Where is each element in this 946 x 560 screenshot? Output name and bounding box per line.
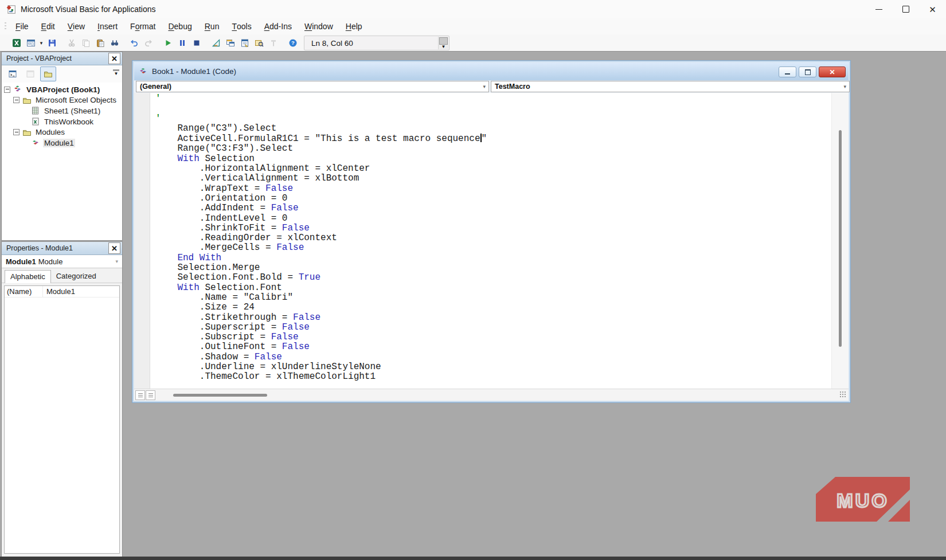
menu-edit[interactable]: Edit bbox=[35, 18, 61, 34]
menu-tools[interactable]: Tools bbox=[225, 18, 257, 34]
vertical-scrollbar-thumb[interactable] bbox=[839, 130, 842, 347]
toolbar: ▾? Ln 8, Col 60 ▼ bbox=[0, 34, 946, 52]
collapse-icon[interactable] bbox=[13, 97, 19, 103]
view-excel-icon[interactable] bbox=[9, 36, 24, 50]
procedure-view-button[interactable] bbox=[135, 390, 145, 400]
code-horizontal-scrollbar[interactable] bbox=[134, 389, 849, 401]
project-explorer-icon[interactable] bbox=[223, 36, 237, 50]
svg-text:?: ? bbox=[291, 40, 295, 46]
code-minimize-icon[interactable] bbox=[779, 66, 796, 77]
collapse-icon[interactable] bbox=[4, 87, 10, 93]
design-mode-icon[interactable] bbox=[209, 36, 223, 50]
properties-close-icon[interactable]: ✕ bbox=[108, 242, 120, 254]
full-module-view-button[interactable] bbox=[146, 390, 155, 400]
view-code-icon[interactable] bbox=[5, 66, 21, 81]
module-icon bbox=[139, 67, 148, 76]
menu-bar: FileEditViewInsertFormatDebugRunToolsAdd… bbox=[0, 18, 946, 34]
object-combo[interactable]: (General) ▾ bbox=[136, 81, 489, 92]
menu-help[interactable]: Help bbox=[339, 18, 369, 34]
menu-window[interactable]: Window bbox=[298, 18, 339, 34]
properties-grid: (Name)Module1 bbox=[4, 285, 120, 554]
tree-item-label: Modules bbox=[34, 128, 66, 136]
project-tree: VBAProject (Book1)Microsoft Excel Object… bbox=[2, 83, 122, 240]
redo-icon bbox=[141, 36, 155, 50]
procedure-combo-chevron-icon[interactable]: ▾ bbox=[843, 84, 846, 89]
code-restore-icon[interactable] bbox=[799, 66, 816, 77]
property-value[interactable]: Module1 bbox=[42, 286, 119, 297]
menu-insert[interactable]: Insert bbox=[91, 18, 124, 34]
break-icon[interactable] bbox=[175, 36, 189, 50]
tab-alphabetic[interactable]: Alphabetic bbox=[5, 270, 51, 283]
mini-scrollbar-down-icon[interactable]: ▼ bbox=[439, 44, 448, 49]
properties-window-icon[interactable] bbox=[237, 36, 252, 50]
find-icon[interactable] bbox=[107, 36, 122, 50]
toolbox-icon bbox=[266, 36, 280, 50]
code-editor-body: ' ' Range("C3").Select ActiveCell.Formul… bbox=[134, 93, 849, 389]
properties-object-selector[interactable]: Module1 Module ▾ bbox=[2, 255, 122, 268]
menu-format[interactable]: Format bbox=[124, 18, 162, 34]
code-window-titlebar[interactable]: Book1 - Module1 (Code) ✕ bbox=[134, 62, 849, 80]
menu-file[interactable]: File bbox=[9, 18, 35, 34]
property-row[interactable]: (Name)Module1 bbox=[5, 286, 119, 297]
menu-add-ins[interactable]: Add-Ins bbox=[258, 18, 298, 34]
help-icon[interactable]: ? bbox=[286, 36, 300, 50]
window-controls: ✕ bbox=[865, 0, 946, 18]
tree-item-sheet1-sheet1-[interactable]: Sheet1 (Sheet1) bbox=[2, 105, 122, 116]
object-combo-chevron-icon[interactable]: ▾ bbox=[483, 84, 486, 89]
tab-categorized[interactable]: Categorized bbox=[51, 270, 101, 283]
reset-icon[interactable] bbox=[189, 36, 204, 50]
tree-item-vbaproject-book1-[interactable]: VBAProject (Book1) bbox=[2, 84, 122, 95]
view-object-icon[interactable] bbox=[22, 66, 38, 81]
tree-item-modules[interactable]: Modules bbox=[2, 127, 122, 138]
module-icon bbox=[31, 138, 41, 147]
property-name: (Name) bbox=[5, 287, 42, 296]
code-close-icon[interactable]: ✕ bbox=[819, 66, 846, 77]
project-dropdown-icon[interactable]: ▼ bbox=[113, 69, 119, 76]
object-browser-icon[interactable] bbox=[252, 36, 266, 50]
copy-icon bbox=[79, 36, 93, 50]
tree-item-thisworkbook[interactable]: ThisWorkbook bbox=[2, 116, 122, 127]
properties-panel: Properties - Module1 ✕ Module1 Module ▾ … bbox=[1, 241, 123, 557]
properties-tabs: AlphabeticCategorized bbox=[2, 268, 122, 283]
undo-icon[interactable] bbox=[127, 36, 141, 50]
run-icon[interactable] bbox=[161, 36, 175, 50]
menu-grip[interactable] bbox=[5, 22, 6, 30]
procedure-combo[interactable]: TestMacro ▾ bbox=[491, 81, 850, 92]
toolbar-mini-scrollbar[interactable]: ▼ bbox=[438, 37, 448, 49]
tree-item-label: Module1 bbox=[43, 139, 75, 147]
vba-editor-root: { "window": { "title": "Microsoft Visual… bbox=[0, 0, 946, 560]
minimize-icon[interactable] bbox=[865, 0, 892, 18]
code-window-title: Book1 - Module1 (Code) bbox=[152, 67, 236, 76]
object-combo-value: (General) bbox=[140, 83, 171, 91]
close-icon[interactable]: ✕ bbox=[919, 0, 946, 18]
collapse-icon[interactable] bbox=[13, 129, 19, 135]
project-panel-header[interactable]: Project - VBAProject ✕ bbox=[2, 52, 122, 65]
properties-panel-header[interactable]: Properties - Module1 ✕ bbox=[2, 242, 122, 255]
maximize-icon[interactable] bbox=[892, 0, 919, 18]
cursor-position-text: Ln 8, Col 60 bbox=[311, 39, 353, 48]
code-margin-indicator-bar[interactable] bbox=[134, 93, 150, 389]
vba-app-icon bbox=[6, 4, 16, 14]
menu-run[interactable]: Run bbox=[198, 18, 226, 34]
code-combo-row: (General) ▾ TestMacro ▾ bbox=[134, 81, 849, 93]
project-close-icon[interactable]: ✕ bbox=[108, 53, 120, 64]
code-window: Book1 - Module1 (Code) ✕ (General) ▾ Tes… bbox=[132, 60, 851, 403]
paste-icon[interactable] bbox=[93, 36, 107, 50]
code-vertical-scrollbar[interactable] bbox=[831, 93, 849, 389]
properties-panel-title: Properties - Module1 bbox=[6, 244, 73, 252]
folder-icon bbox=[22, 96, 32, 105]
menu-view[interactable]: View bbox=[61, 18, 91, 34]
window-resize-grip[interactable] bbox=[839, 391, 847, 398]
tree-item-module1[interactable]: Module1 bbox=[2, 138, 122, 148]
tree-item-microsoft-excel-objects[interactable]: Microsoft Excel Objects bbox=[2, 95, 122, 106]
selector-chevron-down-icon[interactable]: ▾ bbox=[115, 259, 118, 264]
insert-userform-icon[interactable] bbox=[24, 36, 38, 50]
horizontal-scrollbar-thumb[interactable] bbox=[173, 394, 267, 397]
code-editor[interactable]: ' ' Range("C3").Select ActiveCell.Formul… bbox=[150, 94, 831, 389]
workbook-icon bbox=[31, 117, 41, 126]
toggle-folders-icon[interactable] bbox=[40, 66, 56, 81]
menu-debug[interactable]: Debug bbox=[162, 18, 198, 34]
insert-userform-dropdown-icon[interactable]: ▾ bbox=[38, 40, 45, 46]
project-panel-title: Project - VBAProject bbox=[6, 54, 72, 62]
save-icon[interactable] bbox=[45, 36, 59, 50]
